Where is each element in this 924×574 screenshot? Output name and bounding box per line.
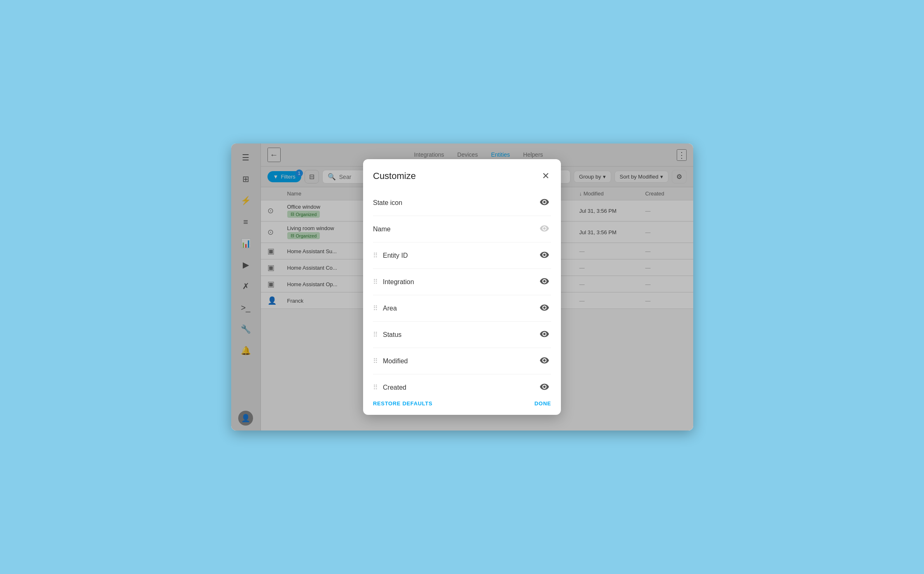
drag-handle-area[interactable]: ⠿ [373, 304, 378, 312]
modal-backdrop[interactable]: Customize ✕ State icon [231, 144, 693, 430]
modal-title: Customize [373, 171, 416, 181]
customize-item-created: ⠿ Created [373, 374, 551, 394]
eye-toggle-area[interactable] [538, 301, 551, 315]
drag-handle-created[interactable]: ⠿ [373, 383, 378, 391]
customize-item-modified: ⠿ Modified [373, 348, 551, 374]
eye-icon [539, 228, 549, 235]
drag-handle-integration[interactable]: ⠿ [373, 278, 378, 286]
modal-footer: RESTORE DEFAULTS DONE [363, 394, 561, 415]
item-label-modified: Modified [383, 358, 533, 365]
customize-item-area: ⠿ Area [373, 295, 551, 322]
customize-item-integration: ⠿ Integration [373, 269, 551, 295]
eye-icon [539, 202, 549, 208]
item-label-created: Created [383, 384, 533, 391]
item-label-name: Name [373, 226, 533, 233]
item-label-entity-id: Entity ID [383, 252, 533, 259]
done-button[interactable]: DONE [535, 400, 551, 407]
eye-icon [539, 308, 549, 314]
item-label-status: Status [383, 331, 533, 339]
item-label-state-icon: State icon [373, 199, 533, 207]
eye-icon [539, 360, 549, 367]
eye-toggle-integration[interactable] [538, 275, 551, 289]
customize-item-entity-id: ⠿ Entity ID [373, 242, 551, 269]
item-label-area: Area [383, 305, 533, 312]
customize-item-name: Name [373, 216, 551, 242]
eye-toggle-created[interactable] [538, 380, 551, 394]
eye-toggle-modified[interactable] [538, 354, 551, 368]
drag-handle-modified[interactable]: ⠿ [373, 357, 378, 365]
drag-handle-status[interactable]: ⠿ [373, 331, 378, 339]
eye-icon [539, 387, 549, 393]
customize-modal: Customize ✕ State icon [363, 159, 561, 415]
eye-toggle-status[interactable] [538, 327, 551, 342]
modal-close-button[interactable]: ✕ [540, 169, 551, 183]
modal-body: State icon Name [363, 190, 561, 394]
customize-item-state-icon: State icon [373, 190, 551, 216]
drag-handle-entity-id[interactable]: ⠿ [373, 252, 378, 259]
modal-header: Customize ✕ [363, 159, 561, 190]
eye-icon [539, 255, 549, 261]
restore-defaults-button[interactable]: RESTORE DEFAULTS [373, 400, 432, 407]
eye-icon [539, 281, 549, 287]
customize-item-status: ⠿ Status [373, 322, 551, 348]
eye-toggle-entity-id[interactable] [538, 248, 551, 263]
item-label-integration: Integration [383, 278, 533, 286]
eye-icon [539, 334, 549, 340]
eye-toggle-name[interactable] [538, 222, 551, 236]
browser-window: ☰ ⊞ ⚡ ≡ 📊 ▶ ✗ >_ 🔧 🔔 👤 ← Integrations De… [231, 144, 693, 430]
eye-toggle-state-icon[interactable] [538, 195, 551, 210]
